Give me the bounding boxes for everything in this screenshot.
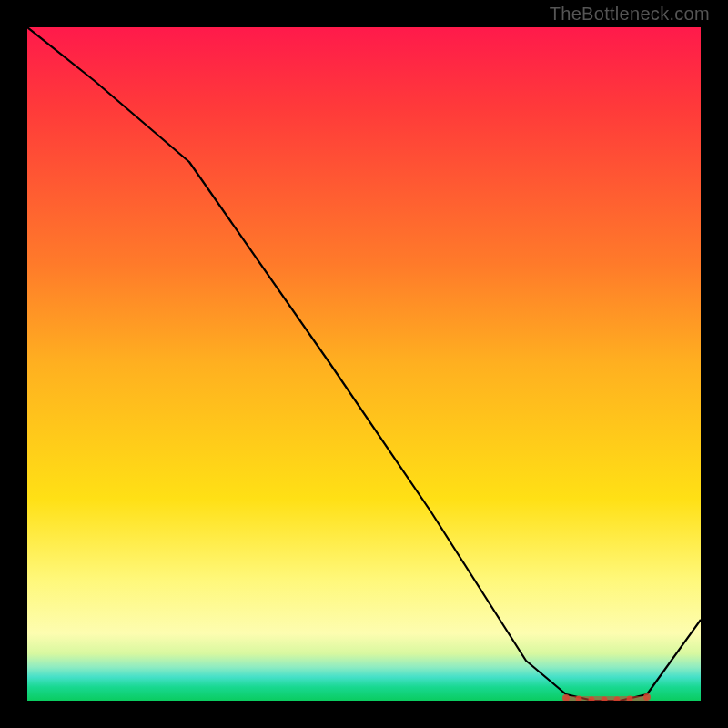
line-chart-svg [27, 27, 701, 701]
bottleneck-curve [27, 27, 701, 701]
svg-point-7 [643, 693, 651, 701]
optimal-range-markers [562, 693, 651, 701]
watermark-text: TheBottleneck.com [550, 4, 710, 25]
chart-container: TheBottleneck.com [0, 0, 728, 728]
plot-area [27, 27, 701, 701]
